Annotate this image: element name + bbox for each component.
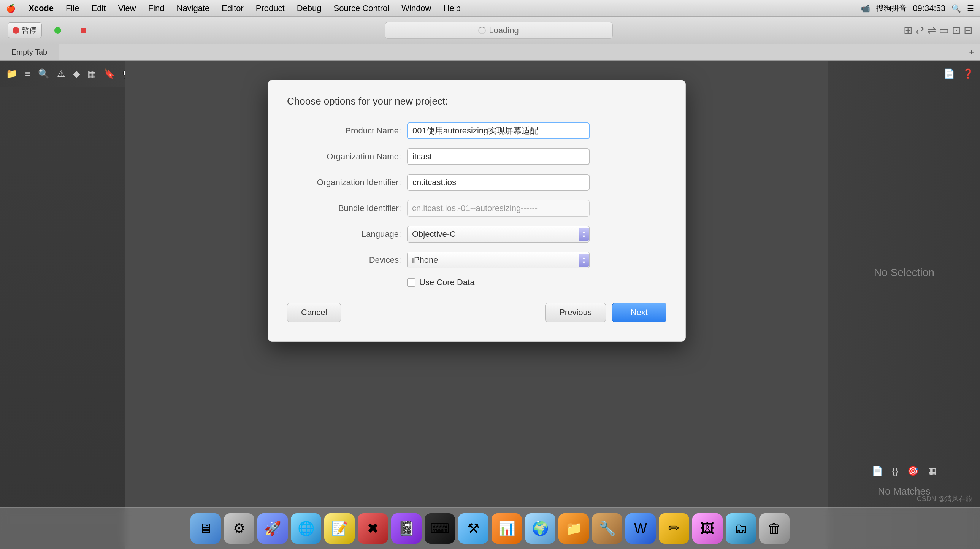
menu-help[interactable]: Help	[441, 3, 463, 14]
sidebar-icons: 📁 ≡ 🔍 ⚠ ◆ ▦ 🔖 💬	[0, 61, 125, 87]
layout-icon-4[interactable]: ▭	[939, 24, 949, 37]
main-layout: 📁 ≡ 🔍 ⚠ ◆ ▦ 🔖 💬 Choose options for your …	[0, 61, 980, 549]
dock-xmind[interactable]: ✖	[358, 513, 388, 544]
devices-arrow-icon: ▲ ▼	[579, 254, 589, 267]
language-row: Language: Objective-C ▲ ▼	[287, 226, 667, 243]
run-button[interactable]	[48, 21, 68, 40]
core-data-row: Use Core Data	[407, 277, 667, 287]
pause-red-icon	[13, 27, 19, 34]
dock-finder2[interactable]: 🗂	[726, 513, 756, 544]
org-name-input[interactable]	[407, 148, 590, 165]
dock-tools[interactable]: 🔧	[592, 513, 622, 544]
next-button[interactable]: Next	[612, 302, 667, 322]
menu-debug[interactable]: Debug	[294, 3, 324, 14]
search-sidebar-icon[interactable]: 🔍	[37, 67, 51, 81]
bookmark-icon[interactable]: 🔖	[102, 67, 117, 81]
layout-icon-5[interactable]: ⊡	[952, 24, 961, 37]
menu-file[interactable]: File	[64, 3, 81, 14]
hierarchy-icon[interactable]: ≡	[24, 67, 32, 81]
spinner-icon	[478, 27, 486, 34]
quick-help-icon[interactable]: {}	[891, 464, 900, 478]
watermark: CSDN @清风在旅	[917, 494, 972, 503]
core-data-checkbox[interactable]	[407, 278, 415, 286]
toolbar-right: ⊞ ⇄ ⇌ ▭ ⊡ ⊟	[904, 24, 972, 37]
previous-button[interactable]: Previous	[545, 302, 606, 322]
menu-editor[interactable]: Editor	[220, 3, 245, 14]
dock-terminal[interactable]: ⌨	[425, 513, 455, 544]
breakpoint-icon[interactable]: ◆	[72, 67, 81, 81]
loading-label: Loading	[489, 25, 519, 35]
stop-button[interactable]: ■	[74, 21, 94, 40]
screen-record-icon: 📹	[861, 4, 870, 13]
menu-xcode[interactable]: Xcode	[26, 3, 56, 14]
bundle-id-row: Bundle Identifier: cn.itcast.ios.-01--au…	[287, 200, 667, 217]
product-name-label: Product Name:	[287, 126, 401, 136]
layout-icon-2[interactable]: ⇄	[915, 24, 924, 37]
right-bottom-icons: 📄 {} 🎯 ▦	[834, 464, 974, 478]
dock-safari[interactable]: 🌐	[291, 513, 321, 544]
menu-product[interactable]: Product	[253, 3, 287, 14]
apple-menu[interactable]: 🍎	[6, 4, 16, 13]
center-panel: Choose options for your new project: Pro…	[126, 61, 828, 549]
devices-select[interactable]: iPhone ▲ ▼	[407, 252, 590, 269]
menu-navigate[interactable]: Navigate	[175, 3, 212, 14]
folder-icon[interactable]: 📁	[5, 67, 19, 81]
product-name-row: Product Name:	[287, 123, 667, 139]
report-icon[interactable]: ▦	[86, 67, 98, 81]
input-method[interactable]: 搜狗拼音	[876, 3, 907, 13]
dock-onenote[interactable]: 📓	[391, 513, 422, 544]
menu-view[interactable]: View	[116, 3, 138, 14]
language-arrow-icon: ▲ ▼	[579, 228, 589, 241]
dock-sketch[interactable]: ✏	[659, 513, 689, 544]
file-inspector-icon[interactable]: 📄	[870, 464, 885, 478]
help-icon[interactable]: ❓	[961, 67, 975, 81]
dock-finder[interactable]: 🖥	[191, 513, 221, 544]
dock-filezilla[interactable]: 📁	[558, 513, 589, 544]
devices-row: Devices: iPhone ▲ ▼	[287, 252, 667, 269]
sidebar-left: 📁 ≡ 🔍 ⚠ ◆ ▦ 🔖 💬	[0, 61, 126, 549]
list-icon[interactable]: ☰	[967, 4, 974, 13]
bundle-id-label: Bundle Identifier:	[287, 204, 401, 213]
dock-notes[interactable]: 📝	[324, 513, 355, 544]
menu-window[interactable]: Window	[399, 3, 433, 14]
language-label: Language:	[287, 229, 401, 239]
layout-icon-3[interactable]: ⇌	[927, 24, 936, 37]
search-icon[interactable]: 🔍	[951, 4, 961, 13]
stop-icon: ■	[81, 24, 87, 36]
toolbar-center: Loading	[100, 22, 897, 39]
warning-icon[interactable]: ⚠	[56, 67, 67, 81]
dock-system-prefs[interactable]: ⚙	[224, 513, 254, 544]
layout-icon-6[interactable]: ⊟	[964, 24, 972, 37]
core-data-label: Use Core Data	[419, 277, 475, 287]
empty-tab[interactable]: Empty Tab	[0, 44, 59, 60]
dock-vmware[interactable]: 🌍	[525, 513, 555, 544]
dock-photos[interactable]: 🖼	[692, 513, 723, 544]
dock: 🖥 ⚙ 🚀 🌐 📝 ✖ 📓 ⌨ ⚒ 📊 🌍 📁 🔧 W ✏ 🖼 🗂 🗑	[0, 507, 980, 549]
layout-icon-1[interactable]: ⊞	[904, 24, 912, 37]
menu-source-control[interactable]: Source Control	[331, 3, 392, 14]
add-tab-button[interactable]: +	[963, 45, 980, 60]
menu-find[interactable]: Find	[146, 3, 167, 14]
dialog-footer: Cancel Previous Next	[287, 302, 667, 322]
menubar-right: 📹 搜狗拼音 09:34:53 🔍 ☰	[861, 3, 974, 13]
product-name-input[interactable]	[407, 123, 590, 139]
language-select[interactable]: Objective-C ▲ ▼	[407, 226, 590, 243]
attributes-icon[interactable]: ▦	[926, 464, 938, 478]
new-file-icon[interactable]: 📄	[942, 67, 956, 81]
pause-button[interactable]: 暂停	[8, 22, 42, 38]
no-selection-label: No Selection	[874, 267, 934, 278]
dock-ppt[interactable]: 📊	[492, 513, 522, 544]
language-value: Objective-C	[412, 229, 456, 239]
org-id-input[interactable]	[407, 174, 590, 191]
right-sidebar-content: No Selection	[828, 87, 980, 458]
dock-launchpad[interactable]: 🚀	[257, 513, 288, 544]
dock-word[interactable]: W	[625, 513, 656, 544]
menu-edit[interactable]: Edit	[89, 3, 108, 14]
dock-xcode[interactable]: ⚒	[458, 513, 488, 544]
identity-icon[interactable]: 🎯	[906, 464, 920, 478]
dock-trash[interactable]: 🗑	[759, 513, 789, 544]
sidebar-content	[0, 87, 125, 549]
toolbar: 暂停 ■ Loading ⊞ ⇄ ⇌ ▭ ⊡ ⊟	[0, 17, 980, 44]
nav-buttons: Previous Next	[545, 302, 667, 322]
cancel-button[interactable]: Cancel	[287, 302, 341, 322]
